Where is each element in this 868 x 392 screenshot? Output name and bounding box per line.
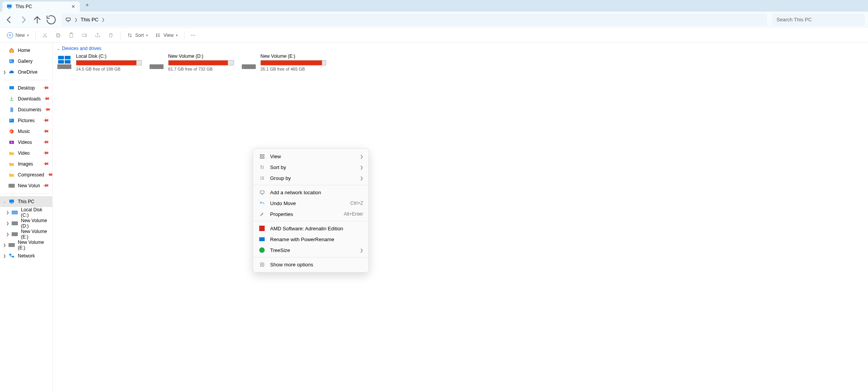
ctx-sortby[interactable]: Sort by ❯ (253, 162, 369, 173)
group-header-devices[interactable]: ⌄ Devices and drives (57, 46, 864, 51)
chevron-down-icon: ▾ (27, 33, 29, 37)
tab-this-pc[interactable]: This PC ✕ (2, 2, 80, 12)
ctx-groupby[interactable]: Group by ❯ (253, 173, 369, 183)
separator (35, 31, 36, 40)
sidebar-item-compressed[interactable]: Compressed📌 (0, 169, 52, 180)
sidebar-item-music[interactable]: Music📌 (0, 126, 52, 137)
new-button[interactable]: + New ▾ (4, 29, 32, 41)
drive-item[interactable]: New Volume (E:) 26.1 GB free of 465 GB (241, 54, 326, 71)
chevron-right-icon[interactable]: ❯ (74, 17, 78, 22)
drive-icon (9, 183, 15, 189)
delete-button[interactable] (105, 29, 117, 41)
svg-rect-1 (8, 8, 10, 9)
toolbar: + New ▾ Sort ▾ View ▾ ⋯ (0, 28, 868, 43)
pin-icon: 📌 (42, 181, 51, 190)
new-tab-button[interactable]: ＋ (81, 2, 93, 9)
back-button[interactable] (3, 14, 16, 26)
folder-icon (9, 161, 15, 167)
paste-button[interactable] (65, 29, 78, 41)
sidebar-item-newvol-e[interactable]: ❯ New Volume (E:) (0, 229, 52, 240)
pin-icon: 📌 (43, 95, 52, 103)
sort-icon (258, 164, 265, 170)
close-icon[interactable]: ✕ (71, 4, 76, 9)
chevron-down-icon[interactable]: ⌄ (2, 200, 7, 204)
sidebar-item-desktop[interactable]: Desktop📌 (0, 83, 52, 93)
sidebar-item-images[interactable]: Images📌 (0, 159, 52, 169)
network-location-icon (258, 190, 265, 195)
search-input[interactable]: Search This PC (772, 14, 865, 26)
desktop-icon (9, 85, 15, 91)
label: Video (18, 150, 29, 156)
ctx-amd[interactable]: AMD Software: Adrenalin Edition (253, 223, 369, 234)
chevron-right-icon: ❯ (360, 176, 363, 180)
copy-button[interactable] (52, 29, 64, 41)
svg-rect-6 (56, 33, 59, 36)
sidebar-item-home[interactable]: Home (0, 45, 52, 56)
label: Compressed (18, 172, 44, 178)
sidebar-item-video[interactable]: Video📌 (0, 148, 52, 159)
label: Group by (270, 175, 355, 181)
label: Add a network location (270, 190, 363, 195)
label: Rename with PowerRename (270, 237, 363, 242)
breadcrumb-this-pc[interactable]: This PC (81, 17, 98, 22)
sidebar-item-videos[interactable]: Videos📌 (0, 137, 52, 148)
ctx-properties[interactable]: Properties Alt+Enter (253, 209, 369, 219)
drive-item[interactable]: New Volume (D:) 61.7 GB free of 732 GB (149, 54, 234, 71)
ctx-powerrename[interactable]: Rename with PowerRename (253, 234, 369, 245)
rename-icon (258, 237, 265, 241)
more-button[interactable]: ⋯ (188, 29, 198, 41)
forward-button[interactable] (17, 14, 29, 26)
tab-strip: This PC ✕ ＋ (0, 0, 868, 12)
view-button[interactable]: View ▾ (152, 29, 181, 41)
up-button[interactable] (31, 14, 43, 26)
svg-rect-2 (66, 18, 71, 21)
address-box[interactable]: ❯ This PC ❯ (62, 14, 767, 26)
sidebar-item-pictures[interactable]: Pictures📌 (0, 115, 52, 126)
sort-label: Sort (135, 33, 144, 38)
sidebar-item-downloads[interactable]: Downloads📌 (0, 93, 52, 104)
ctx-add-network[interactable]: Add a network location (253, 187, 369, 198)
sort-button[interactable]: Sort ▾ (124, 29, 151, 41)
share-button[interactable] (91, 29, 104, 41)
chevron-right-icon[interactable]: ❯ (5, 221, 10, 225)
chevron-right-icon[interactable]: ❯ (2, 70, 7, 74)
cut-button[interactable] (39, 29, 51, 41)
svg-point-18 (10, 130, 14, 134)
refresh-button[interactable] (45, 14, 57, 26)
sidebar-item-newvol-d-pin[interactable]: New Volume (D:)📌 (0, 180, 52, 191)
sidebar-item-newvol-e2[interactable]: ❯ New Volume (E:) (0, 240, 52, 250)
svg-rect-5 (57, 34, 60, 37)
svg-rect-23 (12, 256, 14, 257)
ctx-undo[interactable]: Undo Move Ctrl+Z (253, 198, 369, 209)
network-icon (9, 253, 15, 259)
grid-icon (258, 154, 265, 159)
ctx-more-options[interactable]: Show more options (253, 259, 369, 270)
svg-rect-15 (9, 86, 14, 89)
sidebar-item-documents[interactable]: Documents📌 (0, 104, 52, 115)
sidebar-item-network[interactable]: ❯ Network (0, 250, 52, 261)
sidebar-item-onedrive[interactable]: ❯ OneDrive (0, 67, 52, 78)
rename-button[interactable] (78, 29, 91, 41)
chevron-right-icon[interactable]: ❯ (2, 243, 7, 247)
drive-icon (9, 242, 15, 248)
chevron-right-icon[interactable]: ❯ (5, 211, 10, 214)
monitor-icon (65, 17, 71, 23)
sidebar-item-gallery[interactable]: Gallery (0, 56, 52, 67)
drive-item[interactable]: Local Disk (C:) 14.5 GB free of 198 GB (57, 54, 142, 71)
chevron-right-icon[interactable]: ❯ (102, 17, 105, 22)
ctx-view[interactable]: View ❯ (253, 151, 369, 162)
svg-point-4 (46, 36, 47, 37)
content-area[interactable]: ⌄ Devices and drives Local Disk (C:) 14.… (53, 43, 868, 392)
undo-icon (258, 200, 265, 206)
sidebar-item-this-pc[interactable]: ⌄ This PC (0, 196, 52, 207)
label: Undo Move (270, 200, 346, 206)
separator (184, 31, 184, 40)
ctx-treesize[interactable]: TreeSize ❯ (253, 245, 369, 256)
chevron-right-icon[interactable]: ❯ (5, 232, 10, 236)
sidebar-item-newvol-d[interactable]: ❯ New Volume (D:) (0, 218, 52, 229)
chevron-right-icon[interactable]: ❯ (2, 254, 7, 258)
sidebar-item-local-c[interactable]: ❯ Local Disk (C:) (0, 207, 52, 218)
label: View (270, 154, 355, 159)
more-options-icon (258, 262, 265, 268)
label: Downloads (18, 96, 41, 102)
